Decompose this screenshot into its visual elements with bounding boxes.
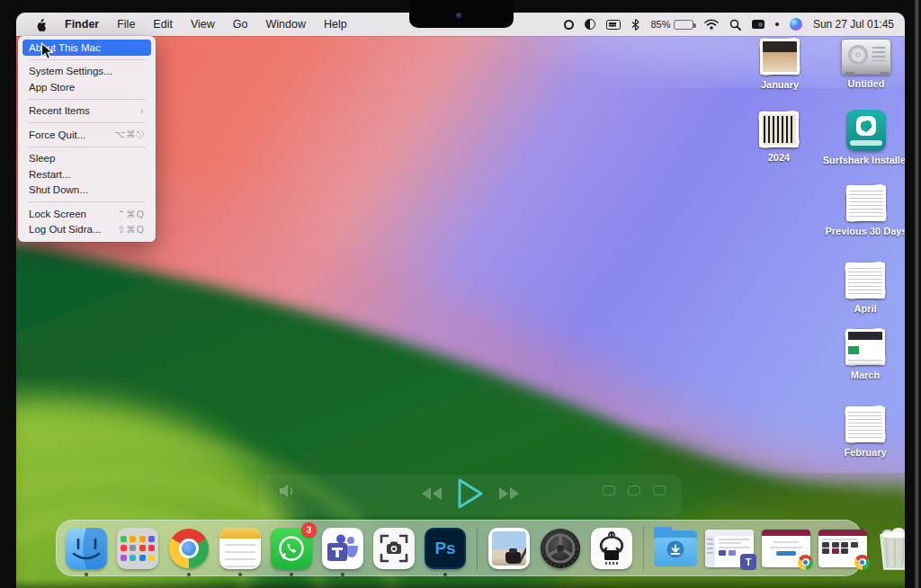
bottom-shade bbox=[16, 579, 905, 588]
finder-face-icon bbox=[66, 528, 107, 569]
camera-indicator-icon[interactable] bbox=[752, 20, 765, 29]
panel-icon[interactable] bbox=[606, 20, 621, 30]
whatsapp-phone-icon bbox=[277, 534, 306, 563]
desktop-icon-surfshark-installer[interactable]: Surfshark Installer bbox=[827, 110, 905, 165]
force-quit-shortcut: ⌥⌘⎋ bbox=[114, 129, 145, 140]
photo-stack-icon bbox=[756, 111, 801, 148]
teams-logo-icon bbox=[326, 533, 360, 564]
dock-launchpad-icon[interactable] bbox=[116, 527, 159, 570]
wifi-icon[interactable] bbox=[704, 19, 719, 30]
menu-item-restart[interactable]: Restart... bbox=[18, 166, 156, 183]
dock-photo-ink-app-icon[interactable] bbox=[487, 527, 531, 570]
menu-item-log-out[interactable]: Log Out Sidra... ⇧⌘Q bbox=[18, 222, 156, 238]
dock-photoshop-icon[interactable]: Ps bbox=[424, 527, 467, 570]
menu-separator bbox=[28, 99, 146, 100]
dock-downloads-folder-icon[interactable] bbox=[654, 527, 697, 570]
dock-trash-icon[interactable] bbox=[875, 526, 905, 571]
play-icon[interactable] bbox=[456, 477, 485, 513]
menu-go[interactable]: Go bbox=[224, 13, 257, 36]
apple-logo-icon bbox=[35, 18, 47, 31]
dock-notes-icon[interactable] bbox=[219, 527, 262, 570]
whatsapp-unread-badge: 3 bbox=[301, 522, 317, 538]
dock-divider bbox=[643, 526, 644, 571]
photo-stack-icon bbox=[757, 38, 802, 76]
menu-file[interactable]: File bbox=[108, 13, 144, 36]
menu-item-app-store[interactable]: App Store bbox=[18, 79, 156, 95]
camera-icon[interactable] bbox=[628, 486, 640, 495]
desktop-icon-january[interactable]: January bbox=[741, 38, 818, 90]
mouse-cursor bbox=[40, 42, 54, 60]
trash-basket-icon bbox=[875, 526, 905, 571]
battery-status[interactable]: 85% bbox=[650, 19, 693, 30]
faded-player-controls bbox=[259, 475, 682, 516]
record-indicator-icon[interactable] bbox=[564, 20, 574, 30]
desktop-icon-march[interactable]: March bbox=[827, 328, 904, 380]
menu-edit[interactable]: Edit bbox=[144, 13, 182, 36]
menu-view[interactable]: View bbox=[182, 13, 224, 36]
macos-desktop: Finder File Edit View Go Window Help 85% bbox=[16, 13, 905, 588]
menu-item-force-quit[interactable]: Force Quit... ⌥⌘⎋ bbox=[18, 127, 156, 143]
document-stack-icon bbox=[843, 405, 888, 443]
status-dot bbox=[775, 22, 779, 26]
menu-separator bbox=[28, 122, 146, 123]
dock-whatsapp-icon[interactable]: 3 bbox=[270, 527, 313, 570]
dock-aperture-dial-app-icon[interactable] bbox=[539, 527, 582, 570]
menu-item-recent-items[interactable]: Recent Items › bbox=[18, 103, 156, 120]
dock-teams-icon[interactable] bbox=[321, 527, 364, 570]
chrome-mini-logo-icon bbox=[854, 555, 870, 570]
dock-chip-claw-app-icon[interactable] bbox=[590, 527, 633, 570]
apple-menu-icon[interactable] bbox=[26, 13, 56, 36]
dock-finder-icon[interactable] bbox=[65, 527, 108, 570]
screenshot-camera-icon bbox=[379, 533, 409, 564]
apple-dropdown-menu: About This Mac System Settings... App St… bbox=[18, 36, 156, 242]
fast-forward-icon[interactable] bbox=[497, 486, 521, 505]
document-stack-icon bbox=[843, 328, 888, 366]
menu-item-system-settings[interactable]: System Settings... bbox=[18, 64, 156, 80]
spotlight-search-icon[interactable] bbox=[729, 19, 741, 31]
menu-finder[interactable]: Finder bbox=[56, 13, 108, 36]
menu-item-shut-down[interactable]: Shut Down... bbox=[18, 183, 156, 199]
volume-icon[interactable] bbox=[279, 484, 297, 502]
desktop-icon-untitled[interactable]: Untitled bbox=[827, 39, 905, 89]
dock: 3 bbox=[56, 520, 862, 576]
menu-bar-clock[interactable]: Sun 27 Jul 01:45 bbox=[813, 18, 894, 31]
battery-icon bbox=[674, 20, 693, 30]
contrast-icon[interactable] bbox=[585, 19, 595, 30]
bezel-right-edge bbox=[914, 0, 919, 588]
chrome-mini-logo-icon bbox=[798, 555, 813, 570]
dock-minimized-chrome-window-2[interactable] bbox=[818, 530, 867, 567]
claw-chip-icon bbox=[595, 531, 628, 566]
download-arrow-icon bbox=[667, 541, 684, 558]
desktop-icon-previous-30-days[interactable]: Previous 30 Days bbox=[827, 184, 905, 236]
desktop-icon-february[interactable]: February bbox=[827, 405, 904, 458]
menu-item-sleep[interactable]: Sleep bbox=[18, 151, 156, 167]
submenu-chevron-icon: › bbox=[140, 105, 145, 116]
macbook-bezel: { "menu_bar": { "menus": ["Finder", "Fil… bbox=[0, 0, 921, 588]
siri-icon[interactable] bbox=[790, 18, 802, 31]
lock-screen-shortcut: ⌃⌘Q bbox=[117, 209, 145, 219]
document-stack-icon bbox=[844, 184, 889, 222]
menu-separator bbox=[28, 201, 146, 202]
pip-icon[interactable] bbox=[603, 486, 615, 495]
dial-spokes-icon bbox=[541, 529, 580, 568]
dock-minimized-teams-window[interactable]: T bbox=[705, 530, 754, 567]
bluetooth-icon[interactable] bbox=[631, 19, 639, 31]
desktop-icon-april[interactable]: April bbox=[827, 262, 904, 314]
document-stack-icon bbox=[843, 262, 888, 299]
desktop-icon-2024[interactable]: 2024 bbox=[740, 111, 818, 163]
photo-ink-art bbox=[492, 531, 526, 566]
dock-screenshot-icon[interactable] bbox=[372, 527, 416, 570]
menu-separator bbox=[28, 147, 146, 147]
menu-window[interactable]: Window bbox=[256, 13, 314, 36]
surfshark-installer-icon bbox=[846, 110, 886, 151]
dock-chrome-icon[interactable] bbox=[167, 527, 210, 570]
menu-item-lock-screen[interactable]: Lock Screen ⌃⌘Q bbox=[18, 206, 156, 222]
webcam-icon bbox=[456, 13, 462, 19]
dock-minimized-chrome-window[interactable] bbox=[762, 530, 810, 567]
rewind-icon[interactable] bbox=[420, 486, 443, 505]
teams-mini-logo-icon: T bbox=[740, 554, 756, 570]
menu-help[interactable]: Help bbox=[315, 13, 356, 36]
fullscreen-icon[interactable] bbox=[653, 486, 666, 495]
log-out-shortcut: ⇧⌘Q bbox=[117, 224, 145, 235]
display-notch bbox=[409, 0, 514, 28]
